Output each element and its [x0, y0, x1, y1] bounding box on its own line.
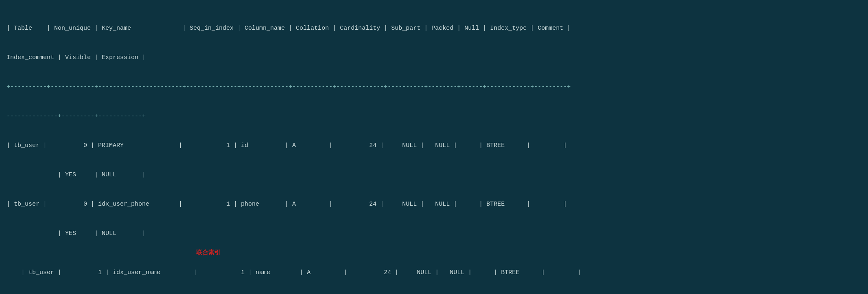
- annotation-label: 联合索引: [196, 248, 221, 258]
- separator-line-1: +----------+------------+---------------…: [7, 82, 861, 92]
- header-line-2: Index_comment | Visible | Expression |: [7, 53, 861, 63]
- separator-line-2: --------------+---------+------------+: [7, 112, 861, 121]
- row-primary-1: | tb_user | 0 | PRIMARY | 1 | id | A | 2…: [7, 141, 861, 151]
- row-name-1: | tb_user | 1 | idx_user_name | 1 | name…: [21, 268, 868, 278]
- row-phone-1: | tb_user | 0 | idx_user_phone | 1 | pho…: [7, 200, 861, 209]
- row-phone-2: | YES | NULL |: [7, 229, 861, 239]
- header-line-1: | Table | Non_unique | Key_name | Seq_in…: [7, 24, 861, 33]
- row-primary-2: | YES | NULL |: [7, 170, 861, 180]
- terminal-output: | Table | Non_unique | Key_name | Seq_in…: [7, 4, 861, 294]
- terminal-container: | Table | Non_unique | Key_name | Seq_in…: [7, 4, 861, 294]
